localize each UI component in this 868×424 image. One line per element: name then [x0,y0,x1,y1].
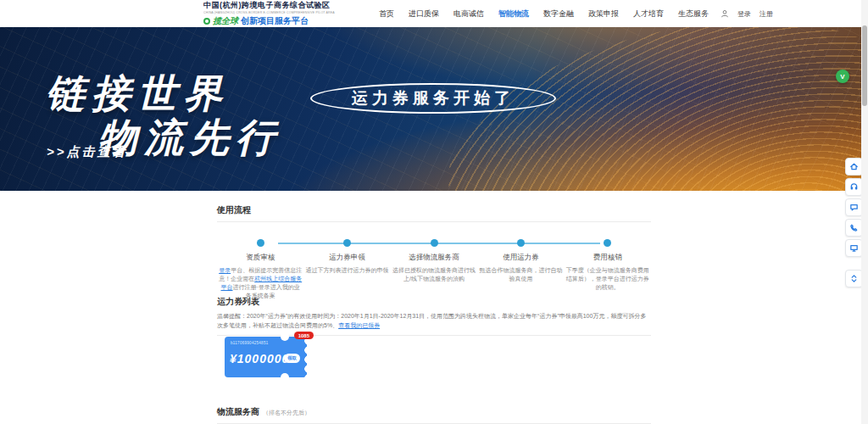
process-step-settle: 费用核销 下季度（企业与物流服务商费用结算后），登录平台进行运力券的核销。 [565,248,651,301]
headset-icon [849,182,859,192]
process-timeline [217,239,651,248]
collapse-button[interactable] [845,270,863,287]
user-icon [721,9,729,18]
nav-item-ecosystem[interactable]: 生态服务 [678,8,709,20]
step-desc: 选择已授权的物流服务商进行线上/线下物流服务的洽购 [392,266,476,283]
nav-item-ecom-credit[interactable]: 电商诚信 [453,8,484,20]
main-nav: 首页 进口质保 电商诚信 智能物流 数字金融 政策申报 人才培育 生态服务 [379,8,709,20]
process-steps: 资质审核 登录平台、根据提示完善信息注意！企业需在杭州线上综合服务平台进行注册·… [217,248,651,301]
brand-logo-green: 揽全球 [213,15,238,27]
process-step-apply: 运力券申领 通过下方列表进行运力券的申领 [303,248,390,301]
collapse-arrows-icon [849,274,859,283]
customer-service-button[interactable] [845,178,863,196]
page: 中国(杭州)跨境电子商务综合试验区 CHINA (HANGZHOU) CROSS… [0,0,868,424]
login-inline-link[interactable]: 登录 [219,267,231,273]
message-button[interactable] [845,198,863,216]
voucher-list-section: 运力券列表 温馨提醒：2020年“运力券”的有效使用时间为：2020年1月1日-… [217,296,651,336]
providers-note: （排名不分先后） [263,410,310,416]
voucher-count-badge: 1085 [294,332,314,339]
scrollbar-thumb[interactable] [862,25,867,106]
divider [217,221,651,222]
step-desc: 下季度（企业与物流服务商费用结算后），登录平台进行运力券的核销。 [566,266,649,292]
hero-cta-link[interactable]: >>点击查看 [47,144,128,160]
nav-item-policy-declare[interactable]: 政策申报 [588,8,619,20]
brand-logo: 揽全球 创新项目服务平台 [203,15,360,27]
timeline-dot-1 [257,239,264,247]
my-vouchers-link[interactable]: 查看我的已领券 [338,322,380,328]
process-step-choose-provider: 选择物流服务商 选择已授权的物流服务商进行线上/线下物流服务的洽购 [391,248,477,301]
ticket-notch [281,373,289,382]
phone-button[interactable] [845,219,863,237]
step-label: 选择物流服务商 [409,253,459,263]
home-button[interactable] [845,158,863,176]
hero-pill-text: 运力券服务开始了 [352,87,515,109]
feedback-float-button[interactable]: V [836,70,849,83]
monitor-icon [849,243,859,253]
brand-title: 中国(杭州)跨境电子商务综合试验区 [203,0,360,11]
step-desc: 甄选合作物流服务商，进行自动验真使用 [479,266,562,283]
nav-item-import-qa[interactable]: 进口质保 [409,8,439,20]
nav-item-smart-logistics[interactable]: 智能物流 [498,8,529,20]
auth-area: 登录 注册 [721,9,773,19]
voucher-ticket[interactable]: b117069904254851 ¥1000000 领取 1085 [225,337,307,377]
timeline-dot-5 [604,239,611,247]
process-step-use-voucher: 使用运力券 甄选合作物流服务商，进行自动验真使用 [477,248,564,301]
nav-item-talent[interactable]: 人才培育 [633,8,664,20]
globe-logo-icon [203,18,210,25]
step-label: 运力券申领 [329,253,365,263]
nav-item-home[interactable]: 首页 [379,8,394,20]
claim-button[interactable]: 领取 [284,354,300,363]
hero-banner[interactable]: 链接世界 物流先行 运力券服务开始了 >>点击查看 [0,27,868,191]
login-link[interactable]: 登录 [737,9,751,19]
step-label: 资质审核 [246,253,275,263]
register-link[interactable]: 注册 [760,9,773,19]
step-desc: 通过下方列表进行运力券的申领 [305,266,388,275]
step-label: 费用核销 [593,253,622,263]
providers-section: 物流服务商（排名不分先后） [217,403,651,424]
timeline-dot-3 [431,239,438,247]
top-header: 中国(杭州)跨境电子商务综合试验区 CHINA (HANGZHOU) CROSS… [0,0,868,27]
timeline-dot-2 [343,239,351,247]
brand-logo-blue: 创新项目服务平台 [241,15,309,27]
side-toolbar [845,158,863,287]
brand-block[interactable]: 中国(杭州)跨境电子商务综合试验区 CHINA (HANGZHOU) CROSS… [203,0,360,27]
voucher-code: b117069904254851 [231,341,269,345]
usage-process-title: 使用流程 [217,204,651,216]
step-label: 使用运力券 [503,253,539,263]
ticket-notch [281,332,289,341]
scrollbar-track[interactable] [861,0,868,424]
voucher-amount: ¥1000000 [230,352,289,365]
nav-item-digital-finance[interactable]: 数字金融 [543,8,574,20]
usage-process-section: 使用流程 资质审核 登录平台、根据提示完善信息注意！企业需在杭州线上综合服务平台… [217,204,651,301]
ticket-scallop-edge [301,337,309,377]
brand-subtitle-en: CHINA (HANGZHOU) CROSS-BORDER E-COMMERCE… [203,11,360,14]
chat-icon [849,203,859,212]
hero-pill: 运力券服务开始了 [310,83,556,114]
phone-icon [849,223,859,232]
monitor-button[interactable] [845,239,863,257]
home-icon [849,162,859,171]
voucher-list-title: 运力券列表 [217,296,651,308]
voucher-notice: 温馨提醒：2020年“运力券”的有效使用时间为：2020年1月1日-2020年1… [217,312,651,330]
process-step-qualification: 资质审核 登录平台、根据提示完善信息注意！企业需在杭州线上综合服务平台进行注册·… [217,248,303,301]
timeline-dot-4 [517,239,525,247]
providers-title: 物流服务商 [217,407,259,416]
